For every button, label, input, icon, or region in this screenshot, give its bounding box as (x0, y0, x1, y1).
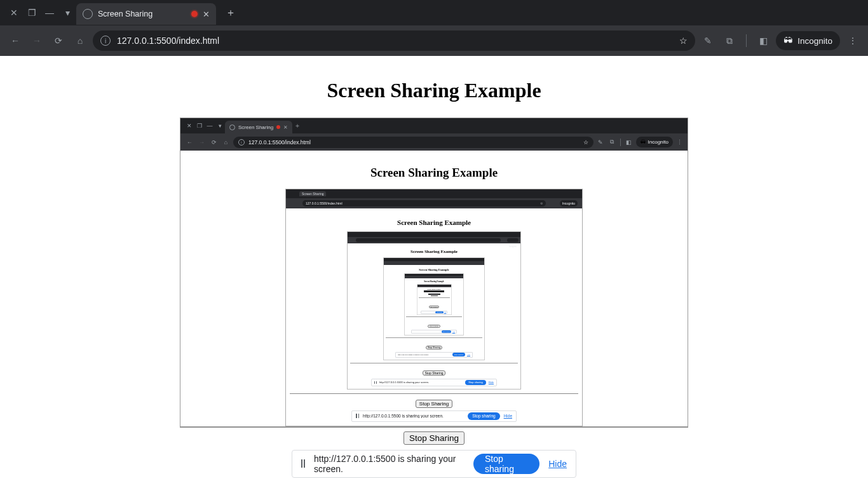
share-notice-text: http://127.0.0.1:5500 is sharing your sc… (314, 454, 465, 474)
screen-share-notice: http://127.0.0.1:5500 is sharing your sc… (292, 450, 576, 478)
nested-browser-chrome: ✕ ❐ — ▾ Screen Sharing ✕ ＋ ← → ⟳ (180, 118, 688, 151)
hide-share-notice-link[interactable]: Hide (548, 459, 567, 469)
recording-indicator-icon (191, 11, 198, 17)
nested-page-title-l3: Screen Sharing Example (348, 249, 520, 254)
globe-icon (83, 9, 93, 19)
kebab-menu-icon[interactable]: ⋮ (844, 32, 862, 50)
tab-screen-sharing[interactable]: Screen Sharing ✕ (76, 3, 216, 25)
nested-stop-sharing-pill-l2: Stop sharing (468, 412, 500, 420)
page-controls: Stop Sharing http://127.0.0.1:5500 is sh… (180, 427, 688, 478)
bookmark-star-icon[interactable]: ☆ (679, 36, 688, 46)
pause-icon (301, 459, 305, 468)
reload-icon[interactable]: ⟳ (50, 32, 67, 50)
url-text: 127.0.0.1:5500/index.html (117, 36, 219, 46)
close-window-icon[interactable]: ✕ (5, 4, 23, 22)
nested-recording-indicator-icon (276, 125, 280, 129)
address-bar[interactable]: i 127.0.0.1:5500/index.html ☆ (93, 30, 695, 51)
shared-screen-video: ✕ ❐ — ▾ Screen Sharing ✕ ＋ ← → ⟳ (180, 118, 688, 427)
tab-title: Screen Sharing (98, 10, 186, 18)
nested-share-text-l2: http://127.0.0.1:5500 is sharing your sc… (363, 414, 464, 418)
nav-back-icon[interactable]: ← (6, 32, 24, 50)
nested-url-text: 127.0.0.1:5500/index.html (248, 139, 311, 146)
close-tab-icon[interactable]: ✕ (203, 10, 210, 19)
minimize-window-icon[interactable]: — (41, 4, 58, 22)
nested-tab-title: Screen Sharing (238, 125, 273, 130)
browser-toolbar: ← → ⟳ ⌂ i 127.0.0.1:5500/index.html ☆ ✎ … (0, 25, 868, 56)
incognito-icon: 🕶 (783, 36, 792, 46)
incognito-label: Incognito (797, 36, 832, 46)
home-icon[interactable]: ⌂ (71, 32, 89, 50)
extensions-icon[interactable]: ⧉ (721, 32, 738, 50)
stop-sharing-pill-button[interactable]: Stop sharing (473, 454, 539, 474)
nav-forward-icon[interactable]: → (28, 32, 46, 50)
stop-sharing-button[interactable]: Stop Sharing (403, 431, 465, 445)
nested-page-title-l2: Screen Sharing Example (286, 219, 582, 226)
site-info-icon[interactable]: i (100, 36, 111, 46)
page-title: Screen Sharing Example (0, 79, 868, 102)
side-panel-icon[interactable]: ◧ (754, 32, 772, 50)
tab-dropdown-icon[interactable]: ▾ (58, 4, 76, 22)
nested-stop-sharing-l4: Stop Sharing (426, 346, 442, 349)
brush-icon[interactable]: ✎ (699, 32, 717, 50)
toolbar-separator (746, 34, 747, 47)
page-body: Screen Sharing Example ✕ ❐ — ▾ Screen Sh… (0, 79, 868, 488)
tab-strip: ✕ ❐ — ▾ Screen Sharing ✕ ＋ (0, 0, 868, 25)
new-tab-button[interactable]: ＋ (222, 6, 239, 20)
browser-chrome: ✕ ❐ — ▾ Screen Sharing ✕ ＋ ← → ⟳ ⌂ i 127… (0, 0, 868, 56)
nested-page-title-l1: Screen Sharing Example (370, 166, 498, 180)
nested-page-title-l4: Screen Sharing Example (384, 268, 484, 271)
incognito-indicator[interactable]: 🕶 Incognito (776, 31, 840, 50)
nested-hide-l2: Hide (504, 414, 512, 418)
nested-stop-sharing-l3: Stop Sharing (423, 370, 446, 376)
nested-globe-icon (229, 125, 235, 130)
restore-window-icon[interactable]: ❐ (23, 4, 41, 22)
nested-stop-sharing-l2: Stop Sharing (416, 400, 452, 408)
